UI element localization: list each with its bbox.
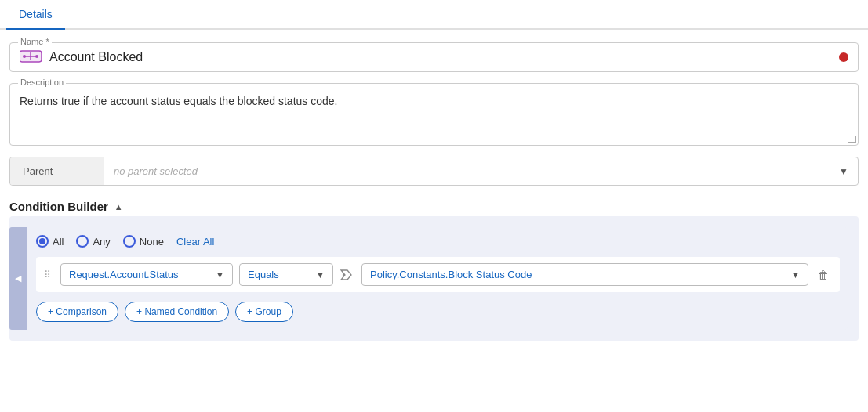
parent-select[interactable]: no parent selected ▼ [104, 157, 858, 185]
svg-point-5 [343, 273, 344, 275]
expression-row: ⠿ Request.Account.Status ▼ Equals ▼ [36, 257, 840, 292]
parent-dropdown-arrow-icon: ▼ [839, 166, 848, 177]
svg-point-3 [23, 55, 26, 58]
name-value: Account Blocked [49, 50, 831, 64]
condition-row-outer: ◀ All Any [9, 227, 848, 330]
operator-arrow-icon: ▼ [316, 270, 325, 280]
name-field-wrapper: Name * Account Blocked [9, 42, 859, 72]
description-wrapper: Description Returns true if the account … [9, 83, 859, 146]
tag-icon [340, 269, 355, 281]
condition-builder-body: ◀ All Any [9, 216, 859, 341]
operator-value: Equals [248, 269, 279, 280]
unsaved-indicator [839, 52, 848, 62]
radio-none-circle [123, 235, 136, 248]
tabs-bar: Details [0, 0, 868, 30]
radio-any-label: Any [93, 236, 110, 248]
description-label: Description [18, 78, 66, 87]
page-container: Details Name * Account Blocked Descripti… [0, 0, 868, 412]
parent-wrapper: Parent no parent selected ▼ [9, 157, 859, 186]
clear-all-button[interactable]: Clear All [176, 236, 214, 248]
radio-all-label: All [53, 236, 64, 248]
resize-handle [848, 136, 856, 143]
right-field-value: Policy.Constants.Block Status Code [370, 269, 532, 280]
description-text: Returns true if the account status equal… [20, 92, 848, 107]
collapse-icon: ◀ [15, 273, 21, 284]
radio-all-circle [36, 235, 49, 248]
parent-placeholder: no parent selected [114, 165, 198, 177]
delete-expression-button[interactable]: 🗑 [815, 267, 832, 283]
add-named-condition-button[interactable]: + Named Condition [125, 302, 229, 322]
left-field-value: Request.Account.Status [69, 269, 178, 280]
left-field-select[interactable]: Request.Account.Status ▼ [60, 263, 233, 286]
left-field-arrow-icon: ▼ [216, 270, 224, 280]
tab-details[interactable]: Details [6, 0, 65, 30]
name-label: Name * [18, 37, 52, 46]
collapse-button[interactable]: ◀ [9, 227, 27, 330]
radio-none-label: None [140, 236, 164, 248]
logic-row: All Any None Clear All [36, 235, 840, 248]
named-condition-icon [20, 49, 42, 65]
add-buttons-row: + Comparison + Named Condition + Group [36, 302, 840, 322]
radio-all[interactable]: All [36, 235, 64, 248]
parent-label: Parent [10, 157, 104, 185]
operator-select[interactable]: Equals ▼ [239, 263, 333, 286]
add-group-button[interactable]: + Group [235, 302, 293, 322]
svg-point-4 [35, 55, 38, 58]
radio-any-circle [76, 235, 89, 248]
trash-icon: 🗑 [818, 269, 829, 281]
form-content: Name * Account Blocked Description Retur… [0, 30, 868, 353]
collapse-arrow-icon[interactable]: ▲ [114, 202, 123, 211]
condition-builder-title: Condition Builder [9, 200, 108, 213]
condition-inner: All Any None Clear All [27, 227, 848, 330]
condition-builder-header: Condition Builder ▲ [9, 197, 859, 216]
right-field-select[interactable]: Policy.Constants.Block Status Code ▼ [361, 263, 808, 286]
condition-builder-section: Condition Builder ▲ ◀ All [9, 197, 859, 341]
radio-none[interactable]: None [123, 235, 164, 248]
drag-handle-icon: ⠿ [44, 269, 51, 280]
add-comparison-button[interactable]: + Comparison [36, 302, 118, 322]
right-field-arrow-icon: ▼ [791, 270, 800, 280]
radio-any[interactable]: Any [76, 235, 110, 248]
